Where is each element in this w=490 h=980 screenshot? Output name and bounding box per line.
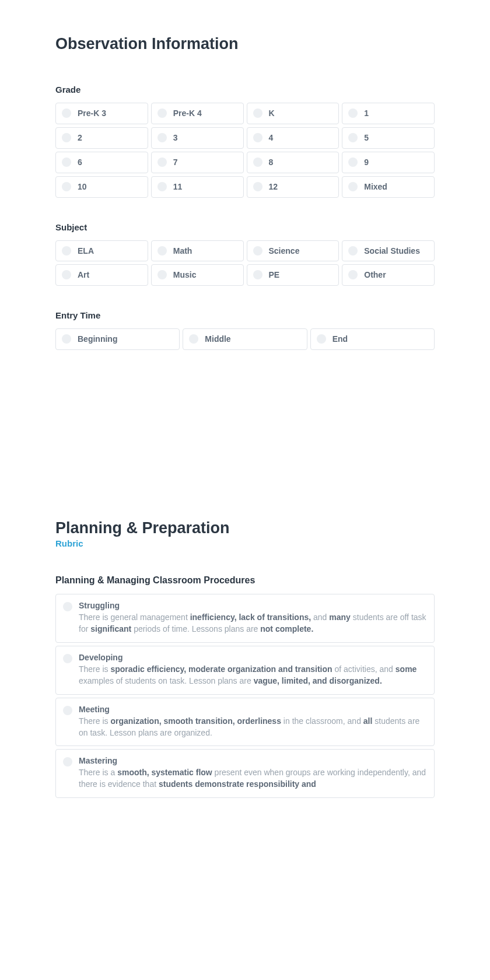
- rubric-body: MeetingThere is organization, smooth tra…: [79, 705, 427, 739]
- radio-icon: [158, 270, 167, 279]
- option-label: Middle: [205, 334, 230, 345]
- entry-time-option-middle[interactable]: Middle: [183, 328, 307, 350]
- option-label: 12: [269, 181, 278, 192]
- grade-option-2[interactable]: 2: [55, 127, 148, 149]
- grade-option-1[interactable]: 1: [342, 103, 435, 124]
- radio-icon: [253, 158, 262, 167]
- radio-icon: [158, 133, 167, 142]
- radio-icon: [348, 108, 358, 118]
- subsection-title: Planning & Managing Classroom Procedures: [55, 575, 435, 586]
- grade-option-11[interactable]: 11: [151, 176, 244, 198]
- radio-icon: [189, 334, 198, 344]
- grade-option-6[interactable]: 6: [55, 152, 148, 173]
- radio-icon: [63, 757, 72, 766]
- option-label: 11: [173, 181, 183, 192]
- radio-icon: [62, 182, 71, 191]
- option-label: 5: [364, 132, 369, 144]
- subject-option-social-studies[interactable]: Social Studies: [342, 240, 435, 262]
- option-label: Beginning: [78, 334, 117, 345]
- subject-option-music[interactable]: Music: [151, 264, 244, 286]
- option-label: End: [332, 334, 348, 345]
- subject-label: Subject: [55, 222, 435, 232]
- radio-icon: [62, 108, 71, 118]
- option-label: Pre-K 4: [173, 108, 202, 119]
- option-label: Music: [173, 270, 197, 281]
- radio-icon: [158, 108, 167, 118]
- radio-icon: [348, 270, 358, 279]
- grade-option-k[interactable]: K: [247, 103, 340, 124]
- grade-option-pre-k-4[interactable]: Pre-K 4: [151, 103, 244, 124]
- rubric-level-name: Mastering: [79, 756, 427, 765]
- rubric-level-name: Developing: [79, 653, 427, 662]
- option-label: 9: [364, 157, 369, 168]
- radio-icon: [63, 602, 72, 611]
- radio-icon: [62, 334, 71, 344]
- option-label: K: [269, 108, 275, 119]
- subject-option-math[interactable]: Math: [151, 240, 244, 262]
- radio-icon: [62, 133, 71, 142]
- option-label: Art: [78, 270, 89, 281]
- entry-time-options: BeginningMiddleEnd: [55, 328, 435, 350]
- grade-option-7[interactable]: 7: [151, 152, 244, 173]
- radio-icon: [317, 334, 326, 344]
- radio-icon: [253, 108, 262, 118]
- radio-icon: [253, 182, 262, 191]
- rubric-level-description: There is a smooth, systematic flow prese…: [79, 767, 427, 790]
- rubric-body: DevelopingThere is sporadic efficiency, …: [79, 653, 427, 687]
- rubric-option-struggling[interactable]: StrugglingThere is general management in…: [55, 594, 435, 643]
- section-planning-title: Planning & Preparation: [55, 519, 435, 537]
- option-label: 8: [269, 157, 274, 168]
- entry-time-label: Entry Time: [55, 310, 435, 320]
- option-label: ELA: [78, 246, 94, 257]
- subject-option-pe[interactable]: PE: [247, 264, 340, 286]
- radio-icon: [63, 706, 72, 715]
- subject-option-ela[interactable]: ELA: [55, 240, 148, 262]
- subject-option-art[interactable]: Art: [55, 264, 148, 286]
- option-label: Pre-K 3: [78, 108, 106, 119]
- page-title: Observation Information: [55, 35, 435, 53]
- option-label: 7: [173, 157, 178, 168]
- grade-option-3[interactable]: 3: [151, 127, 244, 149]
- radio-icon: [348, 133, 358, 142]
- grade-option-4[interactable]: 4: [247, 127, 340, 149]
- option-label: Other: [364, 270, 386, 281]
- rubric-level-description: There is organization, smooth transition…: [79, 716, 427, 739]
- entry-time-option-beginning[interactable]: Beginning: [55, 328, 180, 350]
- radio-icon: [62, 158, 71, 167]
- subject-options: ELAMathScienceSocial StudiesArtMusicPEOt…: [55, 240, 435, 286]
- radio-icon: [253, 133, 262, 142]
- rubric-option-mastering[interactable]: MasteringThere is a smooth, systematic f…: [55, 749, 435, 798]
- grade-option-10[interactable]: 10: [55, 176, 148, 198]
- radio-icon: [253, 246, 262, 256]
- radio-icon: [62, 270, 71, 279]
- grade-option-12[interactable]: 12: [247, 176, 340, 198]
- option-label: 10: [78, 181, 87, 192]
- grade-option-9[interactable]: 9: [342, 152, 435, 173]
- option-label: Math: [173, 246, 192, 257]
- radio-icon: [348, 246, 358, 256]
- grade-option-mixed[interactable]: Mixed: [342, 176, 435, 198]
- grade-option-8[interactable]: 8: [247, 152, 340, 173]
- rubric-level-name: Struggling: [79, 601, 427, 610]
- option-label: 1: [364, 108, 369, 119]
- rubric-link[interactable]: Rubric: [55, 538, 83, 548]
- radio-icon: [158, 158, 167, 167]
- grade-option-pre-k-3[interactable]: Pre-K 3: [55, 103, 148, 124]
- radio-icon: [158, 246, 167, 256]
- subject-option-other[interactable]: Other: [342, 264, 435, 286]
- radio-icon: [348, 182, 358, 191]
- option-label: Social Studies: [364, 246, 420, 257]
- rubric-option-developing[interactable]: DevelopingThere is sporadic efficiency, …: [55, 646, 435, 695]
- radio-icon: [63, 654, 72, 663]
- subject-option-science[interactable]: Science: [247, 240, 340, 262]
- grade-options: Pre-K 3Pre-K 4K123456789101112Mixed: [55, 103, 435, 198]
- option-label: 4: [269, 132, 274, 144]
- grade-option-5[interactable]: 5: [342, 127, 435, 149]
- rubric-level-description: There is sporadic efficiency, moderate o…: [79, 664, 427, 687]
- entry-time-option-end[interactable]: End: [310, 328, 435, 350]
- radio-icon: [253, 270, 262, 279]
- grade-label: Grade: [55, 85, 435, 94]
- radio-icon: [158, 182, 167, 191]
- option-label: 3: [173, 132, 178, 144]
- rubric-option-meeting[interactable]: MeetingThere is organization, smooth tra…: [55, 698, 435, 747]
